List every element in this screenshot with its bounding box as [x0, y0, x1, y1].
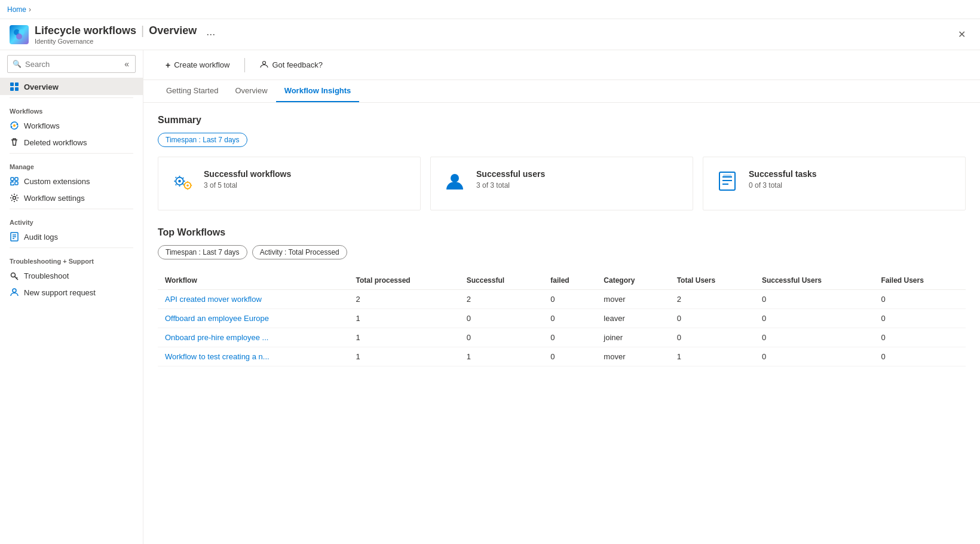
cell-total-users: 2: [670, 290, 755, 309]
card-workflows-content: Successful workflows 3 of 5 total: [204, 169, 291, 190]
cell-successful-users: 0: [755, 290, 874, 309]
workflow-link[interactable]: API created mover workflow: [165, 295, 262, 304]
cell-total-users: 1: [670, 347, 755, 366]
svg-rect-12: [15, 182, 18, 185]
svg-rect-4: [15, 82, 19, 86]
svg-point-2: [16, 33, 22, 39]
filter-activity[interactable]: Activity : Total Processed: [252, 245, 347, 259]
card-workflows: Successful workflows 3 of 5 total: [158, 157, 421, 210]
logs-icon: [10, 232, 19, 242]
sidebar-item-deleted-workflows[interactable]: Deleted workflows: [0, 134, 143, 151]
cell-failed: 0: [543, 309, 596, 328]
cell-category: leaver: [596, 309, 669, 328]
sidebar-item-overview-label: Overview: [24, 82, 59, 91]
svg-rect-11: [15, 178, 18, 181]
svg-rect-10: [11, 178, 14, 181]
sidebar-item-new-support-request[interactable]: New support request: [0, 284, 143, 301]
table-row: Workflow to test creating a n... 1 1 0 m…: [158, 347, 966, 366]
cell-successful: 0: [460, 309, 544, 328]
settings-icon: [10, 193, 19, 203]
sidebar-search-container: 🔍 «: [0, 50, 143, 78]
app-logo: [10, 25, 29, 44]
search-box[interactable]: 🔍 «: [7, 55, 136, 73]
summary-cards: Successful workflows 3 of 5 total: [158, 157, 966, 210]
app-header: Lifecycle workflows | Overview Identity …: [0, 19, 980, 50]
more-options-button[interactable]: ···: [203, 27, 219, 42]
svg-point-21: [13, 289, 16, 292]
search-input[interactable]: [25, 60, 120, 69]
svg-point-24: [178, 180, 181, 183]
sidebar-item-deleted-workflows-label: Deleted workflows: [24, 138, 87, 147]
cell-failed: 0: [543, 290, 596, 309]
sidebar-item-audit-logs-label: Audit logs: [24, 233, 58, 242]
got-feedback-button[interactable]: Got feedback?: [252, 56, 330, 74]
col-successful-users: Successful Users: [755, 271, 874, 290]
tabs-container: Getting Started Overview Workflow Insigh…: [143, 80, 980, 103]
cell-successful-users: 0: [755, 309, 874, 328]
sidebar-item-new-support-request-label: New support request: [24, 288, 96, 297]
tab-workflow-insights[interactable]: Workflow Insights: [276, 80, 360, 102]
page-name: Overview: [149, 25, 197, 37]
sidebar-item-workflows-label: Workflows: [24, 121, 60, 130]
workflow-link[interactable]: Workflow to test creating a n...: [165, 352, 270, 361]
filter-timespan[interactable]: Timespan : Last 7 days: [158, 245, 247, 259]
user-card-icon: [443, 169, 467, 193]
nav-divider-4: [10, 247, 133, 248]
card-users: Successful users 3 of 3 total: [430, 157, 693, 210]
content-area: + Create workflow Got feedback? Gett: [143, 50, 980, 544]
collapse-sidebar-button[interactable]: «: [123, 58, 130, 70]
title-separator: |: [141, 24, 144, 38]
workflow-link[interactable]: Offboard an employee Europe: [165, 314, 269, 323]
tab-getting-started[interactable]: Getting Started: [158, 80, 226, 102]
cell-successful: 1: [460, 347, 544, 366]
svg-point-13: [13, 197, 16, 200]
svg-point-7: [17, 124, 19, 126]
cell-category: mover: [596, 347, 669, 366]
cell-failed-users: 0: [874, 347, 966, 366]
cell-category: mover: [596, 290, 669, 309]
nav-section-activity: Activity: [0, 212, 143, 228]
sidebar-item-workflows[interactable]: Workflows: [0, 117, 143, 134]
nav-divider-2: [10, 153, 133, 154]
card-users-content: Successful users 3 of 3 total: [476, 169, 545, 190]
col-failed: failed: [543, 271, 596, 290]
svg-rect-5: [10, 87, 14, 91]
key-icon: [10, 271, 19, 280]
sidebar-item-custom-extensions[interactable]: Custom extensions: [0, 173, 143, 190]
col-total-users: Total Users: [670, 271, 755, 290]
svg-point-8: [11, 126, 13, 128]
tab-overview[interactable]: Overview: [226, 80, 275, 102]
cell-total-users: 0: [670, 328, 755, 347]
col-failed-users: Failed Users: [874, 271, 966, 290]
sidebar-item-custom-extensions-label: Custom extensions: [24, 177, 90, 186]
card-users-value: 3 of 3 total: [476, 181, 545, 190]
create-workflow-button[interactable]: + Create workflow: [158, 57, 237, 74]
cell-failed: 0: [543, 347, 596, 366]
cell-successful: 2: [460, 290, 544, 309]
card-tasks-title: Successful tasks: [749, 169, 817, 179]
home-link[interactable]: Home: [7, 5, 26, 14]
card-users-title: Successful users: [476, 169, 545, 179]
cell-successful-users: 0: [755, 328, 874, 347]
sidebar: 🔍 « Overview Workflows: [0, 50, 143, 544]
plus-icon: +: [166, 60, 170, 70]
workflow-link[interactable]: Onboard pre-hire employee ...: [165, 333, 268, 342]
close-button[interactable]: ✕: [953, 26, 970, 42]
sidebar-item-troubleshoot-label: Troubleshoot: [24, 271, 69, 280]
sidebar-item-audit-logs[interactable]: Audit logs: [0, 228, 143, 245]
timespan-badge[interactable]: Timespan : Last 7 days: [158, 133, 247, 147]
col-workflow: Workflow: [158, 271, 349, 290]
svg-point-26: [186, 184, 189, 187]
sidebar-item-troubleshoot[interactable]: Troubleshoot: [0, 267, 143, 284]
card-tasks-value: 0 of 3 total: [749, 181, 817, 190]
app-title: Lifecycle workflows: [35, 25, 136, 37]
app-title-block: Lifecycle workflows | Overview Identity …: [35, 24, 197, 45]
sidebar-item-workflow-settings[interactable]: Workflow settings: [0, 190, 143, 206]
svg-point-22: [263, 62, 266, 65]
sidebar-item-overview[interactable]: Overview: [0, 78, 143, 95]
card-workflows-title: Successful workflows: [204, 169, 291, 179]
breadcrumb: Home ›: [0, 0, 980, 19]
summary-title: Summary: [158, 115, 966, 126]
extensions-icon: [10, 176, 19, 186]
content-body: Summary Timespan : Last 7 days: [143, 103, 980, 378]
